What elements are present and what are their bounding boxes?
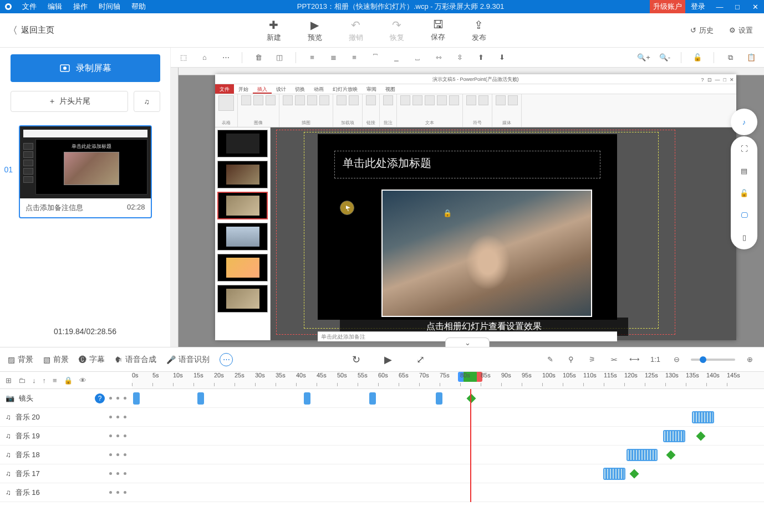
pointer-icon[interactable]: ⬚ (176, 50, 191, 65)
zoom-out-icon[interactable]: 🔍- (658, 50, 672, 65)
fit-icon[interactable]: 1:1 (649, 353, 662, 366)
add-track-icon[interactable]: ⊞ (6, 376, 12, 385)
ppt-thumb-strip[interactable] (215, 127, 271, 340)
home-icon[interactable]: ⌂ (197, 50, 212, 65)
head-tail-button[interactable]: ＋片头片尾 (11, 91, 128, 112)
menu-action[interactable]: 操作 (68, 2, 93, 12)
new-button[interactable]: ✚新建 (267, 18, 281, 43)
scene-thumbnail[interactable]: 01 单击此处添加标题 点击添加备注信息 02:28 (19, 125, 152, 218)
login-link[interactable]: 登录 (685, 2, 711, 12)
time-ruler[interactable]: 0s5s10s15s20s25s30s35s40s45s50s55s60s65s… (132, 372, 764, 388)
tab-subtitle[interactable]: 🅒字幕 (79, 355, 105, 365)
align-center-icon[interactable]: ≣ (326, 50, 340, 65)
keyframe[interactable] (467, 394, 476, 403)
publish-button[interactable]: ⇪发布 (472, 18, 486, 43)
align-mid-icon[interactable]: ⎯ (389, 50, 404, 65)
close-button[interactable]: ✕ (746, 3, 764, 11)
menu-timeline[interactable]: 时间轴 (93, 2, 126, 12)
align-left-icon[interactable]: ≡ (305, 50, 319, 65)
settings-button[interactable]: ⚙设置 (729, 25, 753, 35)
upgrade-badge[interactable]: 升级账户 (650, 0, 685, 13)
ppt-slide-area[interactable]: 单击此处添加标题 🔒 点击相册幻灯片查看设置效果 单击此处添加备注 (271, 127, 736, 340)
copy-icon[interactable]: ⧉ (723, 50, 737, 65)
menu-edit[interactable]: 编辑 (42, 2, 68, 12)
down-icon[interactable]: ↓ (32, 376, 36, 385)
send-back-icon[interactable]: ⬇ (495, 50, 509, 65)
zoom-out-button[interactable]: ⊖ (670, 353, 683, 366)
collapse-toggle[interactable]: ⌄ (445, 337, 490, 347)
ppt-tab[interactable]: 开始 (234, 84, 253, 94)
zoom-in-button[interactable]: ⊕ (743, 353, 756, 366)
edit-icon[interactable]: ✎ (543, 353, 557, 366)
tab-asr[interactable]: 🎤语音识别 (166, 355, 210, 365)
filter-icon[interactable]: ⚞ (585, 353, 599, 366)
undo-button[interactable]: ↶撤销 (349, 18, 363, 43)
help-icon[interactable]: ? (95, 393, 105, 403)
tab-background[interactable]: ▨背景 (8, 355, 33, 365)
ppt-tab[interactable]: 幻灯片放映 (328, 84, 362, 94)
align-right-icon[interactable]: ≡ (347, 50, 361, 65)
ppt-tab[interactable]: 视图 (381, 84, 400, 94)
ppt-tab[interactable]: 审阅 (362, 84, 381, 94)
history-button[interactable]: ↺历史 (690, 25, 714, 35)
desktop-icon[interactable]: 🖵 (737, 208, 751, 222)
mobile-icon[interactable]: ▯ (737, 231, 751, 244)
menu-help[interactable]: 帮助 (126, 2, 151, 12)
delete-icon[interactable]: 🗑 (251, 50, 266, 65)
track-music-19[interactable]: ♫音乐 19 (0, 427, 764, 446)
menu-icon[interactable]: ≡ (53, 376, 57, 385)
dist-v-icon[interactable]: ⇳ (452, 50, 467, 65)
playhead-line[interactable] (470, 389, 471, 502)
unlock-dock-icon[interactable]: 🔓 (737, 186, 751, 200)
track-music-16[interactable]: ♫音乐 16 (0, 483, 764, 502)
preview-button[interactable]: ▶预览 (308, 18, 322, 43)
redo-button[interactable]: ↷恢复 (390, 18, 404, 43)
more-button[interactable]: ⋯ (220, 353, 233, 366)
record-screen-button[interactable]: 录制屏幕 (11, 54, 160, 82)
ppt-tab[interactable]: 切换 (291, 84, 309, 94)
fullscreen-icon[interactable]: ⛶ (737, 142, 751, 155)
tab-foreground[interactable]: ▧前景 (43, 355, 69, 365)
ppt-tab[interactable]: 动画 (309, 84, 328, 94)
range-icon[interactable]: ⟷ (628, 353, 641, 366)
music-button[interactable]: ♫ (134, 91, 160, 112)
slide-photo[interactable] (381, 190, 592, 317)
expand-button[interactable]: ⤢ (412, 352, 428, 367)
tab-tts[interactable]: 🗣语音合成 (115, 355, 156, 365)
track-camera[interactable]: 📷镜头? (0, 389, 764, 408)
crop-icon[interactable]: ◫ (272, 50, 287, 65)
track-music-18[interactable]: ♫音乐 18 (0, 446, 764, 464)
menu-file[interactable]: 文件 (17, 2, 42, 12)
up-icon[interactable]: ↑ (43, 376, 47, 385)
more-icon[interactable]: ⋯ (218, 50, 233, 65)
zoom-in-icon[interactable]: 🔍+ (636, 50, 651, 65)
minimize-button[interactable]: — (711, 3, 729, 11)
zoom-slider[interactable] (691, 359, 735, 361)
align-bot-icon[interactable]: ⎵ (410, 50, 425, 65)
layers-icon[interactable]: ▤ (737, 164, 751, 177)
align-top-icon[interactable]: ⎴ (368, 50, 383, 65)
play-button[interactable]: ▶ (380, 352, 396, 367)
paste-icon[interactable]: 📋 (744, 50, 758, 65)
lock-track-icon[interactable]: 🔒 (64, 376, 73, 385)
link-icon[interactable]: ⫘ (607, 353, 620, 366)
marker-icon[interactable]: ⚲ (564, 353, 578, 366)
back-button[interactable]: 〈 返回主页 (0, 24, 62, 37)
scene-note[interactable]: 点击添加备注信息 (26, 203, 83, 213)
stage[interactable]: 演示文稿5 - PowerPoint(产品激活失败) ?⊡—□✕ 文件 开始 插… (171, 68, 764, 347)
maximize-button[interactable]: □ (729, 3, 746, 11)
ppt-tab-insert[interactable]: 插入 (253, 84, 272, 94)
ppt-tab[interactable]: 设计 (272, 84, 291, 94)
replay-button[interactable]: ↻ (348, 352, 364, 367)
folder-icon[interactable]: 🗀 (18, 376, 26, 385)
ppt-tab-file[interactable]: 文件 (215, 84, 234, 94)
slide-title-placeholder[interactable]: 单击此处添加标题 (334, 151, 600, 178)
bring-front-icon[interactable]: ⬆ (473, 50, 488, 65)
music-float-button[interactable]: ♪ (731, 109, 757, 135)
track-music-20[interactable]: ♫音乐 20 (0, 408, 764, 427)
eye-icon[interactable]: 👁 (79, 376, 86, 385)
unlock-icon[interactable]: 🔓 (690, 50, 705, 65)
track-music-17[interactable]: ♫音乐 17 (0, 464, 764, 483)
dist-h-icon[interactable]: ⇿ (431, 50, 446, 65)
save-button[interactable]: 🖫保存 (431, 18, 445, 43)
